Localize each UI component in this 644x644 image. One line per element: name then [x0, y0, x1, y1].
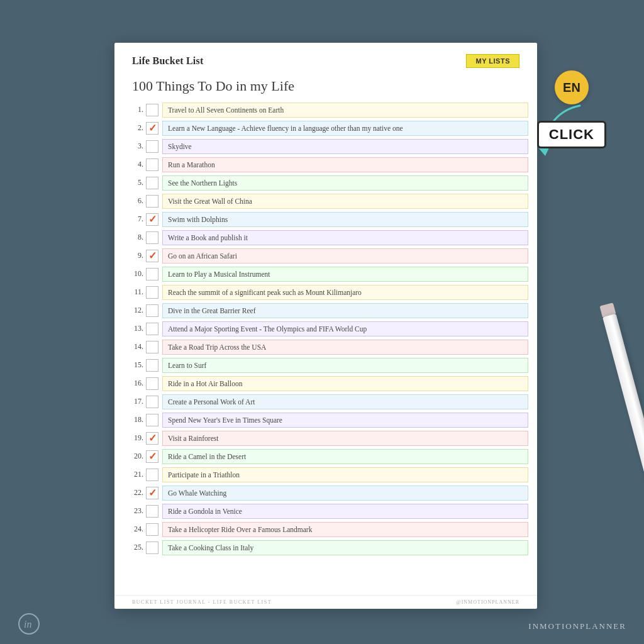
- item-checkbox[interactable]: ✓: [146, 122, 158, 135]
- item-checkbox[interactable]: [146, 541, 158, 554]
- item-text: See the Northern Lights: [162, 175, 528, 191]
- item-text: Travel to All Seven Continents on Earth: [162, 103, 528, 118]
- list-item: 15.Learn to Surf: [123, 356, 528, 374]
- item-checkbox[interactable]: [146, 341, 158, 353]
- item-number: 21.: [123, 470, 146, 479]
- item-number: 7.: [123, 214, 146, 224]
- item-checkbox[interactable]: ✓: [146, 250, 158, 262]
- bucket-list-container: 1.Travel to All Seven Continents on Eart…: [114, 101, 537, 595]
- list-item: 23.Ride a Gondola in Venice: [123, 502, 528, 520]
- list-item: 5.See the Northern Lights: [123, 174, 528, 192]
- pencil-decoration: [582, 298, 644, 602]
- list-item: 19.✓Visit a Rainforest: [123, 429, 528, 447]
- pencil-body: [602, 314, 644, 560]
- list-item: 21.Participate in a Triathlon: [123, 465, 528, 484]
- checkmark-icon: ✓: [148, 251, 157, 261]
- item-number: 22.: [123, 488, 146, 497]
- item-checkbox[interactable]: [146, 304, 158, 317]
- bottom-brand: INMOTIONPLANNER: [528, 621, 626, 631]
- item-checkbox[interactable]: ✓: [146, 432, 158, 445]
- item-number: 5.: [123, 178, 146, 187]
- checkmark-icon: ✓: [148, 452, 157, 462]
- list-item: 2.✓Learn a New Language - Achieve fluenc…: [123, 119, 528, 137]
- item-text: Take a Cooking Class in Italy: [162, 540, 528, 555]
- item-checkbox[interactable]: ✓: [146, 487, 158, 499]
- item-text: Attend a Major Sporting Event - The Olym…: [162, 321, 528, 336]
- list-item: 20.✓Ride a Camel in the Desert: [123, 447, 528, 465]
- item-checkbox[interactable]: [146, 505, 158, 518]
- item-text: Swim with Dolphins: [162, 212, 528, 227]
- item-text: Take a Road Trip Across the USA: [162, 340, 528, 355]
- footer-right: @INMOTIONPLANNER: [456, 599, 519, 605]
- list-item: 14.Take a Road Trip Across the USA: [123, 338, 528, 356]
- item-number: 25.: [123, 543, 146, 552]
- en-badge[interactable]: EN: [555, 70, 589, 104]
- item-checkbox[interactable]: [146, 268, 158, 280]
- item-text: Run a Marathon: [162, 157, 528, 172]
- list-item: 4.Run a Marathon: [123, 155, 528, 174]
- list-item: 25.Take a Cooking Class in Italy: [123, 538, 528, 557]
- item-text: Ride a Gondola in Venice: [162, 504, 528, 519]
- checkmark-icon: ✓: [148, 433, 157, 443]
- page-subtitle: 100 Things To Do in my Life: [114, 73, 537, 101]
- item-checkbox[interactable]: [146, 323, 158, 335]
- list-item: 17.Create a Personal Work of Art: [123, 392, 528, 411]
- item-text: Take a Helicopter Ride Over a Famous Lan…: [162, 522, 528, 537]
- item-checkbox[interactable]: [146, 377, 158, 390]
- list-item: 7.✓Swim with Dolphins: [123, 210, 528, 228]
- in-logo: in: [18, 613, 40, 635]
- item-text: Learn to Surf: [162, 358, 528, 373]
- page-footer: BUCKET LIST JOURNAL - LIFE BUCKET LIST @…: [114, 595, 537, 609]
- item-checkbox[interactable]: [146, 396, 158, 408]
- item-text: Ride a Camel in the Desert: [162, 449, 528, 464]
- item-text: Dive in the Great Barrier Reef: [162, 303, 528, 318]
- item-checkbox[interactable]: [146, 177, 158, 189]
- item-checkbox[interactable]: [146, 195, 158, 208]
- item-checkbox[interactable]: [146, 523, 158, 536]
- item-checkbox[interactable]: ✓: [146, 450, 158, 463]
- item-checkbox[interactable]: [146, 359, 158, 372]
- my-lists-button[interactable]: MY LISTS: [466, 54, 519, 68]
- item-checkbox[interactable]: [146, 286, 158, 299]
- item-text: Learn to Play a Musical Instrument: [162, 267, 528, 282]
- page-title: Life Bucket List: [132, 55, 203, 67]
- checkmark-icon: ✓: [148, 488, 157, 498]
- page-header: Life Bucket List MY LISTS: [114, 43, 537, 73]
- item-checkbox[interactable]: [146, 231, 158, 244]
- item-text: Go on an African Safari: [162, 248, 528, 264]
- footer-left: BUCKET LIST JOURNAL - LIFE BUCKET LIST: [132, 599, 272, 605]
- item-checkbox[interactable]: [146, 140, 158, 153]
- item-number: 1.: [123, 105, 146, 114]
- item-number: 12.: [123, 306, 146, 315]
- document-page: Life Bucket List MY LISTS 100 Things To …: [114, 43, 537, 609]
- item-checkbox[interactable]: [146, 158, 158, 171]
- item-text: Ride in a Hot Air Balloon: [162, 376, 528, 391]
- item-text: Learn a New Language - Achieve fluency i…: [162, 121, 528, 136]
- item-checkbox[interactable]: [146, 414, 158, 426]
- item-number: 14.: [123, 342, 146, 352]
- item-number: 8.: [123, 233, 146, 242]
- item-text: Visit a Rainforest: [162, 431, 528, 446]
- item-checkbox[interactable]: [146, 469, 158, 481]
- item-number: 6.: [123, 196, 146, 206]
- item-number: 24.: [123, 525, 146, 534]
- svg-text:in: in: [24, 619, 31, 630]
- click-badge[interactable]: CLICK: [537, 121, 606, 148]
- item-number: 23.: [123, 506, 146, 516]
- item-text: Go Whale Watching: [162, 486, 528, 501]
- list-item: 22.✓Go Whale Watching: [123, 484, 528, 502]
- item-text: Participate in a Triathlon: [162, 467, 528, 482]
- item-number: 4.: [123, 160, 146, 169]
- item-text: Visit the Great Wall of China: [162, 194, 528, 209]
- list-item: 12.Dive in the Great Barrier Reef: [123, 301, 528, 319]
- item-text: Reach the summit of a significant peak s…: [162, 285, 528, 300]
- list-item: 6.Visit the Great Wall of China: [123, 192, 528, 210]
- item-checkbox[interactable]: [146, 104, 158, 116]
- list-item: 9.✓Go on an African Safari: [123, 247, 528, 265]
- list-item: 16.Ride in a Hot Air Balloon: [123, 374, 528, 392]
- item-checkbox[interactable]: ✓: [146, 213, 158, 226]
- item-number: 15.: [123, 360, 146, 370]
- item-number: 11.: [123, 287, 146, 297]
- list-item: 1.Travel to All Seven Continents on Eart…: [123, 101, 528, 119]
- item-number: 16.: [123, 379, 146, 388]
